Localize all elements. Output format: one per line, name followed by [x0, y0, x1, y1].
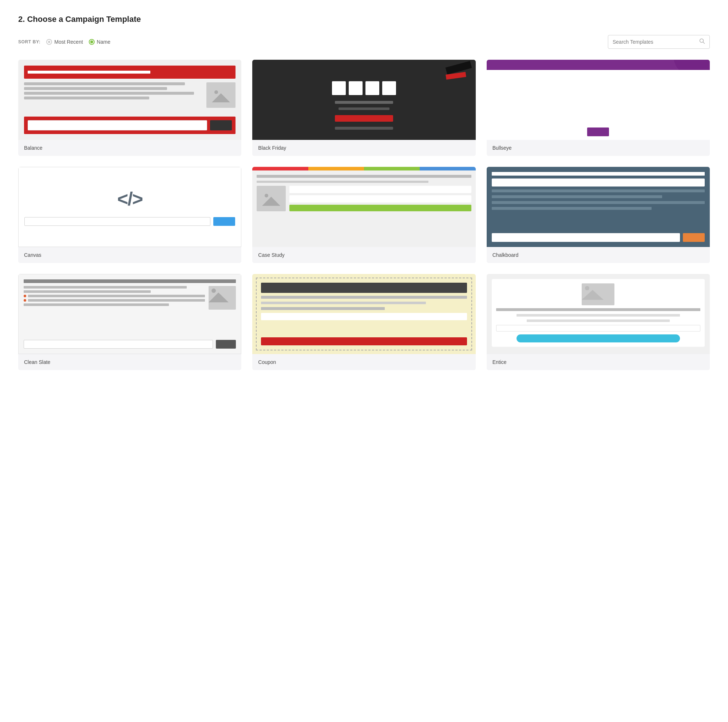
template-preview-chalkboard: [487, 167, 710, 247]
template-card-entice[interactable]: Entice: [487, 274, 710, 370]
template-label-canvas: Canvas: [18, 247, 241, 263]
template-preview-coupon: [252, 274, 476, 354]
search-box[interactable]: [608, 35, 710, 49]
template-card-balance[interactable]: Balance: [18, 60, 241, 156]
svg-marker-7: [209, 293, 229, 302]
template-preview-casestudy: [252, 167, 476, 247]
search-input[interactable]: [613, 39, 699, 45]
svg-point-8: [585, 286, 589, 290]
template-label-bullseye: Bullseye: [487, 140, 710, 156]
template-label-casestudy: Case Study: [252, 247, 476, 263]
radio-name-icon: [89, 39, 95, 45]
template-label-balance: Balance: [18, 140, 241, 156]
template-card-blackfriday[interactable]: Black Friday: [252, 60, 476, 156]
svg-point-4: [265, 194, 268, 198]
template-card-coupon[interactable]: Coupon: [252, 274, 476, 370]
svg-line-1: [703, 42, 705, 44]
sort-most-recent-label: Most Recent: [54, 39, 83, 45]
radio-most-recent-icon: [46, 39, 52, 45]
template-card-chalkboard[interactable]: Chalkboard: [487, 167, 710, 263]
sort-name-label: Name: [97, 39, 110, 45]
page-title: 2. Choose a Campaign Template: [18, 15, 710, 24]
svg-marker-5: [262, 197, 280, 206]
template-preview-blackfriday: [252, 60, 476, 140]
controls-bar: SORT BY: Most Recent Name: [18, 35, 710, 49]
template-label-coupon: Coupon: [252, 354, 476, 370]
template-label-chalkboard: Chalkboard: [487, 247, 710, 263]
sort-by-group: SORT BY: Most Recent Name: [18, 39, 110, 45]
template-preview-canvas: </>: [18, 167, 241, 247]
template-preview-cleanslate: [18, 274, 241, 354]
template-preview-bullseye: [487, 60, 710, 140]
search-icon: [699, 38, 705, 46]
code-icon: </>: [117, 188, 142, 210]
template-grid: Balance Black Friday: [18, 60, 710, 370]
svg-marker-3: [212, 93, 230, 103]
template-card-bullseye[interactable]: Bullseye: [487, 60, 710, 156]
svg-marker-9: [582, 290, 604, 300]
template-card-canvas[interactable]: </> Canvas: [18, 167, 241, 263]
svg-point-2: [214, 90, 218, 94]
template-preview-balance: [18, 60, 241, 140]
sort-most-recent[interactable]: Most Recent: [46, 39, 83, 45]
sort-label: SORT BY:: [18, 39, 40, 44]
template-card-casestudy[interactable]: Case Study: [252, 167, 476, 263]
template-label-blackfriday: Black Friday: [252, 140, 476, 156]
template-label-entice: Entice: [487, 354, 710, 370]
template-card-cleanslate[interactable]: Clean Slate: [18, 274, 241, 370]
template-preview-entice: [487, 274, 710, 354]
sort-name[interactable]: Name: [89, 39, 110, 45]
template-label-cleanslate: Clean Slate: [18, 354, 241, 370]
svg-point-6: [211, 288, 216, 293]
